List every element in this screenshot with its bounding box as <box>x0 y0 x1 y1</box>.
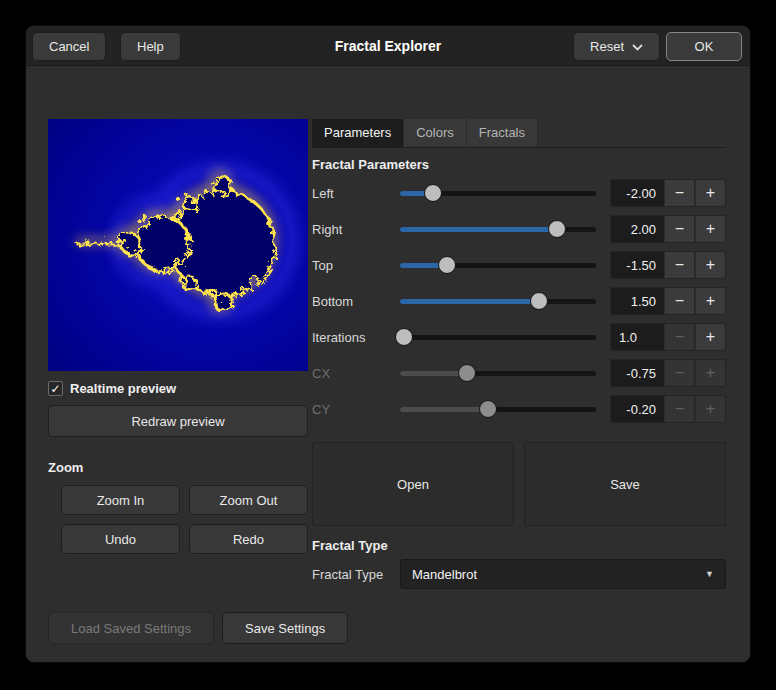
slider-thumb <box>458 364 476 382</box>
cx-decrement-button: − <box>664 359 695 387</box>
zoom-out-button[interactable]: Zoom Out <box>189 485 308 515</box>
slider-row-bottom: Bottom 1.50 − + <box>312 283 726 319</box>
save-button[interactable]: Save <box>524 442 726 526</box>
bottom-increment-button[interactable]: + <box>695 287 726 315</box>
slider-thumb <box>479 400 497 418</box>
slider-track[interactable] <box>400 191 596 196</box>
slider-track[interactable] <box>400 299 596 304</box>
slider-thumb[interactable] <box>395 328 413 346</box>
settings-column: Parameters Colors Fractals Fractal Param… <box>312 119 726 589</box>
slider-label: CX <box>312 366 400 381</box>
redraw-preview-button[interactable]: Redraw preview <box>48 405 308 437</box>
fractal-parameters-heading: Fractal Parameters <box>312 157 726 172</box>
chevron-down-icon <box>632 39 643 54</box>
slider-thumb[interactable] <box>424 184 442 202</box>
cy-decrement-button: − <box>664 395 695 423</box>
ok-button[interactable]: OK <box>666 32 742 61</box>
right-decrement-button[interactable]: − <box>664 215 695 243</box>
slider-value-entry[interactable]: 1.0 <box>610 323 664 351</box>
iterations-decrement-button: − <box>664 323 695 351</box>
fractal-type-label: Fractal Type <box>312 567 400 582</box>
slider-label: Top <box>312 258 400 273</box>
fractal-type-selected-value: Mandelbrot <box>412 567 477 582</box>
zoom-in-button[interactable]: Zoom In <box>61 485 180 515</box>
slider-fill <box>400 227 557 232</box>
mandelbrot-preview-svg <box>48 119 308 371</box>
slider-fill <box>400 371 467 376</box>
zoom-section-heading: Zoom <box>48 460 308 475</box>
undo-button[interactable]: Undo <box>61 524 180 554</box>
slider-thumb[interactable] <box>438 256 456 274</box>
slider-fill <box>400 299 539 304</box>
left-decrement-button[interactable]: − <box>664 179 695 207</box>
slider-track[interactable] <box>400 263 596 268</box>
slider-row-right: Right 2.00 − + <box>312 211 726 247</box>
open-button[interactable]: Open <box>312 442 514 526</box>
fractal-preview-image <box>48 119 308 371</box>
titlebar: Cancel Help Fractal Explorer Reset OK <box>26 26 750 66</box>
bottom-decrement-button[interactable]: − <box>664 287 695 315</box>
cy-increment-button: + <box>695 395 726 423</box>
slider-label: Bottom <box>312 294 400 309</box>
sliders-list: Left -2.00 − + Right 2.00 − + Top -1.50 … <box>312 175 726 427</box>
slider-thumb[interactable] <box>548 220 566 238</box>
slider-row-iterations: Iterations 1.0 − + <box>312 319 726 355</box>
tab-parameters[interactable]: Parameters <box>312 119 404 147</box>
slider-row-cx: CX -0.75 − + <box>312 355 726 391</box>
zoom-button-grid: Zoom In Zoom Out Undo Redo <box>48 485 308 554</box>
slider-value-entry[interactable]: -0.75 <box>610 359 664 387</box>
left-increment-button[interactable]: + <box>695 179 726 207</box>
slider-track <box>400 371 596 376</box>
slider-fill <box>400 407 488 412</box>
fractal-explorer-dialog: Cancel Help Fractal Explorer Reset OK <box>26 26 750 662</box>
slider-row-left: Left -2.00 − + <box>312 175 726 211</box>
slider-label: Left <box>312 186 400 201</box>
save-settings-button[interactable]: Save Settings <box>222 612 348 644</box>
iterations-increment-button[interactable]: + <box>695 323 726 351</box>
preview-column: ✓ Realtime preview Redraw preview Zoom Z… <box>48 119 308 554</box>
slider-track <box>400 407 596 412</box>
slider-value-entry[interactable]: 2.00 <box>610 215 664 243</box>
reset-button[interactable]: Reset <box>573 32 660 61</box>
slider-track[interactable] <box>400 227 596 232</box>
slider-thumb[interactable] <box>530 292 548 310</box>
slider-value-entry[interactable]: -1.50 <box>610 251 664 279</box>
reset-button-label: Reset <box>590 39 624 54</box>
help-button[interactable]: Help <box>120 32 181 61</box>
cancel-button[interactable]: Cancel <box>32 32 106 61</box>
slider-value-entry[interactable]: 1.50 <box>610 287 664 315</box>
redo-button[interactable]: Redo <box>189 524 308 554</box>
tab-colors[interactable]: Colors <box>404 119 467 147</box>
slider-label: Iterations <box>312 330 400 345</box>
realtime-preview-checkbox[interactable]: ✓ <box>48 381 63 396</box>
file-button-row: Open Save <box>312 442 726 526</box>
right-increment-button[interactable]: + <box>695 215 726 243</box>
footer-button-row: Load Saved Settings Save Settings <box>48 612 348 644</box>
fractal-type-row: Fractal Type Mandelbrot ▼ <box>312 559 726 589</box>
fractal-type-dropdown[interactable]: Mandelbrot ▼ <box>400 559 726 589</box>
dialog-content: ✓ Realtime preview Redraw preview Zoom Z… <box>26 66 750 661</box>
realtime-preview-label: Realtime preview <box>70 381 176 396</box>
slider-value-entry[interactable]: -0.20 <box>610 395 664 423</box>
top-increment-button[interactable]: + <box>695 251 726 279</box>
realtime-preview-toggle[interactable]: ✓ Realtime preview <box>48 381 308 396</box>
slider-row-cy: CY -0.20 − + <box>312 391 726 427</box>
top-decrement-button[interactable]: − <box>664 251 695 279</box>
tab-fractals[interactable]: Fractals <box>467 119 538 147</box>
cx-increment-button: + <box>695 359 726 387</box>
slider-row-top: Top -1.50 − + <box>312 247 726 283</box>
slider-label: Right <box>312 222 400 237</box>
load-saved-settings-button: Load Saved Settings <box>48 612 214 644</box>
slider-track[interactable] <box>400 335 596 340</box>
dropdown-arrow-icon: ▼ <box>705 569 714 579</box>
slider-value-entry[interactable]: -2.00 <box>610 179 664 207</box>
tab-bar: Parameters Colors Fractals <box>312 119 726 148</box>
slider-label: CY <box>312 402 400 417</box>
fractal-type-heading: Fractal Type <box>312 538 726 553</box>
